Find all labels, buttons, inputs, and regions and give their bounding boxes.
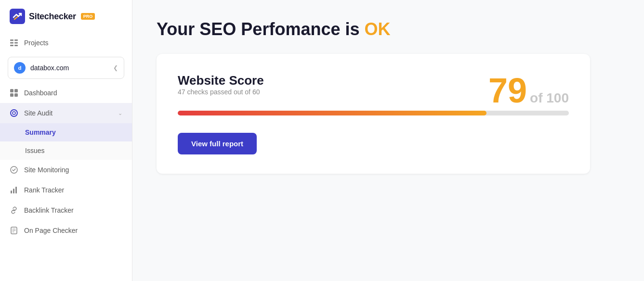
- main-content: Your SEO Perfomance is OK Website Score …: [132, 0, 644, 281]
- domain-avatar: d: [14, 62, 26, 74]
- backlink-icon: [10, 206, 18, 215]
- projects-icon: [10, 38, 18, 47]
- svg-rect-16: [15, 187, 17, 193]
- site-audit-subnav: Summary Issues: [0, 123, 132, 160]
- svg-rect-15: [13, 189, 14, 193]
- sidebar-item-summary[interactable]: Summary: [0, 123, 132, 141]
- sidebar-item-rank-tracker[interactable]: Rank Tracker: [0, 180, 132, 200]
- sidebar-item-dashboard[interactable]: Dashboard: [0, 83, 132, 103]
- headline-prefix: Your SEO Perfomance is: [157, 19, 359, 39]
- sidebar-label-site-audit: Site Audit: [24, 109, 112, 117]
- score-left: Website Score 47 checks passed out of 60: [178, 73, 264, 107]
- dashboard-icon: [10, 89, 18, 97]
- score-value-group: 79 of 100: [488, 73, 569, 108]
- page-icon: [10, 226, 18, 235]
- pro-badge: PRO: [81, 13, 95, 20]
- projects-label: Projects: [24, 39, 122, 47]
- svg-point-11: [11, 110, 17, 116]
- score-title: Website Score: [178, 73, 264, 88]
- logo-area: SitecheckerPRO: [0, 0, 132, 33]
- sidebar-label-site-monitoring: Site Monitoring: [24, 166, 122, 174]
- chevron-icon: ❮: [113, 64, 118, 71]
- progress-bar-fill: [178, 111, 486, 115]
- sidebar-item-projects[interactable]: Projects: [0, 33, 132, 53]
- svg-rect-7: [10, 89, 13, 92]
- sidebar: SitecheckerPRO Projects d databox.com ❮: [0, 0, 132, 281]
- score-header: Website Score 47 checks passed out of 60…: [178, 73, 569, 108]
- sitechecker-logo-icon: [10, 9, 25, 24]
- monitor-icon: [10, 166, 18, 174]
- checks-text: 47 checks passed out of 60: [178, 88, 264, 96]
- svg-rect-10: [14, 93, 18, 97]
- sidebar-label-rank-tracker: Rank Tracker: [24, 186, 122, 194]
- domain-selector[interactable]: d databox.com ❮: [8, 57, 124, 79]
- svg-rect-9: [10, 93, 13, 97]
- sidebar-item-on-page-checker[interactable]: On Page Checker: [0, 220, 132, 241]
- score-card: Website Score 47 checks passed out of 60…: [157, 54, 590, 174]
- svg-rect-8: [14, 89, 18, 92]
- svg-rect-5: [14, 42, 18, 44]
- svg-rect-4: [14, 39, 18, 41]
- svg-rect-3: [10, 45, 13, 46]
- sidebar-item-backlink-tracker[interactable]: Backlink Tracker: [0, 200, 132, 220]
- svg-rect-1: [10, 39, 13, 41]
- sidebar-item-issues[interactable]: Issues: [0, 141, 132, 160]
- issues-label: Issues: [25, 147, 44, 154]
- svg-rect-6: [14, 45, 18, 46]
- sidebar-label-on-page-checker: On Page Checker: [24, 227, 122, 234]
- sidebar-item-site-audit[interactable]: Site Audit ⌄: [0, 103, 132, 123]
- page-headline: Your SEO Perfomance is OK: [157, 19, 620, 39]
- score-number: 79: [488, 73, 527, 108]
- svg-rect-2: [10, 42, 13, 44]
- audit-icon: [10, 109, 18, 117]
- score-out-of: of 100: [530, 90, 569, 106]
- domain-name: databox.com: [30, 64, 108, 72]
- sidebar-label-backlink-tracker: Backlink Tracker: [24, 206, 122, 214]
- svg-point-12: [13, 112, 15, 115]
- logo-text: Sitechecker: [29, 12, 76, 22]
- svg-rect-14: [11, 191, 12, 193]
- sidebar-label-dashboard: Dashboard: [24, 89, 122, 97]
- summary-label: Summary: [25, 128, 56, 136]
- rank-icon: [10, 186, 18, 194]
- view-full-report-button[interactable]: View full report: [178, 133, 257, 154]
- sidebar-item-site-monitoring[interactable]: Site Monitoring: [0, 160, 132, 180]
- headline-status: OK: [365, 19, 391, 39]
- site-audit-chevron: ⌄: [118, 110, 122, 116]
- progress-bar-container: [178, 111, 569, 115]
